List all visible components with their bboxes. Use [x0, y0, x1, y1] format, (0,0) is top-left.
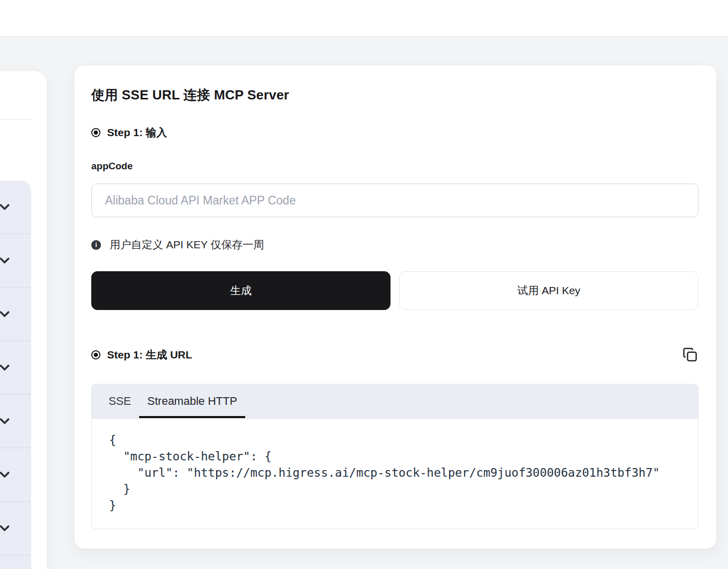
chevron-down-icon — [0, 360, 12, 375]
chevron-down-icon — [0, 467, 12, 482]
chevron-down-icon — [0, 306, 12, 322]
sidebar-accordion-item[interactable] — [0, 448, 31, 502]
chevron-down-icon — [0, 253, 12, 268]
tab[interactable]: Streamable HTTP — [139, 384, 245, 418]
info-icon: i — [91, 240, 101, 250]
step-radio-icon — [91, 350, 100, 359]
hint-row: i 用户自定义 API KEY 仅保存一周 — [91, 238, 698, 252]
url-config-box: SSEStreamable HTTP { "mcp-stock-helper":… — [91, 384, 698, 529]
chevron-down-icon — [0, 521, 12, 536]
generate-button[interactable]: 生成 — [91, 271, 391, 310]
copy-icon — [683, 356, 697, 364]
step1-header: Step 1: 输入 — [91, 125, 698, 140]
sidebar-accordion-item[interactable] — [0, 234, 31, 288]
mcp-connect-panel: 使用 SSE URL 连接 MCP Server Step 1: 输入 appC… — [74, 65, 717, 549]
top-strip — [0, 0, 728, 37]
step2-header: Step 1: 生成 URL — [91, 346, 698, 363]
step1-label: Step 1: 输入 — [107, 125, 167, 140]
step2-label: Step 1: 生成 URL — [107, 348, 192, 362]
sidebar-accordion-item[interactable] — [0, 180, 31, 234]
chevron-down-icon — [0, 413, 12, 429]
page: 使用 SSE URL 连接 MCP Server Step 1: 输入 appC… — [0, 0, 728, 569]
chevron-down-icon — [0, 199, 12, 215]
tab-bar: SSEStreamable HTTP — [92, 384, 698, 419]
sidebar-accordion-item[interactable] — [0, 502, 31, 555]
sidebar-accordion-item[interactable] — [0, 288, 31, 341]
copy-button[interactable] — [682, 346, 698, 363]
step-radio-icon — [91, 128, 100, 137]
panel-title: 使用 SSE URL 连接 MCP Server — [91, 86, 698, 104]
sidebar-accordion-item[interactable] — [0, 395, 31, 448]
sidebar-accordion — [0, 180, 31, 569]
hint-text: 用户自定义 API KEY 仅保存一周 — [110, 238, 264, 252]
tab[interactable]: SSE — [100, 384, 139, 418]
button-row: 生成 试用 API Key — [91, 271, 698, 310]
sidebar-divider — [0, 119, 32, 120]
appcode-input[interactable] — [91, 184, 698, 217]
code-block: { "mcp-stock-helper": { "url": "https://… — [92, 419, 698, 529]
sidebar-accordion-item[interactable] — [0, 555, 31, 569]
appcode-label: appCode — [91, 161, 698, 172]
sidebar-accordion-item[interactable] — [0, 341, 31, 395]
try-api-key-button[interactable]: 试用 API Key — [399, 271, 698, 310]
